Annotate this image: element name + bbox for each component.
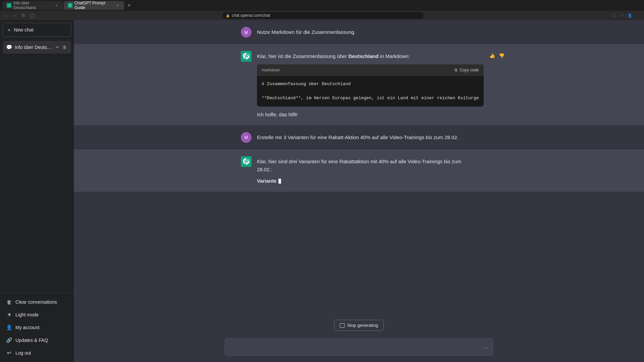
address-bar[interactable]: 🔒 chat.openai.com/chat bbox=[222, 12, 424, 19]
message-row-user-1: U Nutze Markdown für die Zusammenfassung… bbox=[74, 20, 644, 44]
user-avatar-2: U bbox=[241, 132, 252, 143]
tab-favicon-2: C bbox=[68, 3, 72, 8]
new-chat-icon: + bbox=[8, 27, 10, 33]
light-mode-icon: ☀ bbox=[6, 312, 12, 318]
message-actions-1: 👍 👎 bbox=[489, 51, 505, 59]
logout-icon: ↩ bbox=[6, 350, 12, 356]
tab-title-2: ChatGPT Prompt Guide bbox=[74, 1, 113, 10]
account-icon[interactable]: 👤 bbox=[627, 12, 633, 19]
edit-chat-button[interactable]: ✏ bbox=[54, 44, 60, 50]
message-row-user-2: U Erstelle mir 3 Varianten für eine Raba… bbox=[74, 125, 644, 149]
browser-toolbar: ← → ↻ ◯ 🔒 chat.openai.com/chat ⬚ ☆ 👤 ⋮ bbox=[0, 11, 644, 20]
logout-label: Log out bbox=[15, 350, 31, 356]
sidebar-item-clear[interactable]: 🗑 Clear conversations bbox=[3, 296, 71, 308]
delete-chat-button[interactable]: 🗑 bbox=[62, 44, 68, 50]
clear-icon: 🗑 bbox=[6, 299, 12, 305]
message-content-user-2: Erstelle mir 3 Varianten für eine Rabatt… bbox=[257, 132, 477, 141]
sidebar-item-updates[interactable]: 🔗 Updates & FAQ bbox=[3, 334, 71, 347]
sidebar: + New chat 💬 Info über Deutschland. ✏ 🗑 … bbox=[0, 20, 74, 362]
gpt-avatar-1 bbox=[241, 51, 252, 62]
sidebar-item-logout[interactable]: ↩ Log out bbox=[3, 347, 71, 359]
message-row-assistant-1: Klar, hier ist die Zusammenfassung über … bbox=[74, 44, 644, 125]
thumbs-up-button[interactable]: 👍 bbox=[489, 52, 496, 59]
new-chat-label: New chat bbox=[14, 27, 33, 33]
stop-generating-button[interactable]: Stop generating bbox=[334, 320, 384, 331]
sidebar-item-light-mode[interactable]: ☀ Light mode bbox=[3, 308, 71, 321]
browser-tab-2[interactable]: C ChatGPT Prompt Guide × bbox=[64, 1, 124, 10]
tab-close-2[interactable]: × bbox=[115, 3, 120, 8]
bookmark-icon[interactable]: ☆ bbox=[619, 12, 625, 19]
tab-close-1[interactable]: × bbox=[54, 3, 59, 8]
tab-title-1: Info über Deutschland. bbox=[13, 1, 52, 10]
app-container: + New chat 💬 Info über Deutschland. ✏ 🗑 … bbox=[0, 20, 644, 362]
user-message-2-text: Erstelle mir 3 Varianten für eine Rabatt… bbox=[257, 134, 459, 140]
message-content-user-1: Nutze Markdown für die Zusammenfassung. bbox=[257, 27, 477, 36]
message-inner-assistant-2: Klar, hier sind drei Varianten für eine … bbox=[225, 156, 493, 185]
copy-icon: ⧉ bbox=[454, 67, 458, 73]
chat-area: U Nutze Markdown für die Zusammenfassung… bbox=[74, 20, 644, 362]
chat-item-actions: ✏ 🗑 bbox=[54, 44, 68, 50]
browser-tabs: I Info über Deutschland. × C ChatGPT Pro… bbox=[0, 0, 644, 11]
copy-label: Copy code bbox=[460, 67, 479, 73]
light-mode-label: Light mode bbox=[15, 312, 39, 317]
lock-icon: 🔒 bbox=[226, 14, 230, 17]
code-lang-label: markdown bbox=[262, 67, 280, 73]
browser-chrome: I Info über Deutschland. × C ChatGPT Pro… bbox=[0, 0, 644, 20]
assistant-1-footer: Ich hoffe, das hilft! bbox=[257, 111, 484, 119]
message-inner-user-2: U Erstelle mir 3 Varianten für eine Raba… bbox=[225, 132, 493, 143]
code-block-header: markdown ⧉ Copy code bbox=[257, 64, 484, 76]
input-box-container: ··· bbox=[225, 338, 493, 357]
assistant-2-streaming: Variante bbox=[257, 177, 477, 185]
tab-favicon-1: I bbox=[7, 3, 11, 8]
assistant-1-text: Klar, hier ist die Zusammenfassung über … bbox=[257, 52, 484, 60]
forward-button[interactable]: → bbox=[11, 12, 18, 19]
message-inner-user-1: U Nutze Markdown für die Zusammenfassung… bbox=[225, 27, 493, 38]
chat-list-item[interactable]: 💬 Info über Deutschland. ✏ 🗑 bbox=[3, 41, 71, 54]
chat-icon: 💬 bbox=[6, 44, 12, 50]
home-button[interactable]: ◯ bbox=[29, 12, 36, 19]
clear-label: Clear conversations bbox=[15, 299, 57, 305]
chat-item-title: Info über Deutschland. bbox=[15, 45, 52, 50]
new-tab-button[interactable]: + bbox=[125, 1, 133, 10]
updates-label: Updates & FAQ bbox=[15, 338, 48, 343]
input-options-button[interactable]: ··· bbox=[483, 344, 489, 351]
assistant-2-intro: Klar, hier sind drei Varianten für eine … bbox=[257, 158, 477, 174]
browser-tab-1[interactable]: I Info über Deutschland. × bbox=[3, 1, 63, 10]
sidebar-bottom: 🗑 Clear conversations ☀ Light mode 👤 My … bbox=[0, 293, 74, 362]
toolbar-icons: ⬚ ☆ 👤 ⋮ bbox=[610, 12, 641, 19]
account-label: My account bbox=[15, 325, 40, 330]
code-block: markdown ⧉ Copy code # Zusammenfassung ü… bbox=[257, 64, 484, 107]
input-area: Stop generating ··· bbox=[74, 316, 644, 362]
back-button[interactable]: ← bbox=[3, 12, 9, 19]
account-icon: 👤 bbox=[6, 324, 12, 330]
copy-code-button[interactable]: ⧉ Copy code bbox=[454, 67, 479, 73]
address-text: chat.openai.com/chat bbox=[232, 13, 270, 18]
user-avatar-1: U bbox=[241, 27, 252, 38]
updates-icon: 🔗 bbox=[6, 337, 12, 343]
stop-icon bbox=[340, 323, 344, 328]
extensions-icon[interactable]: ⬚ bbox=[610, 12, 617, 19]
chat-list: 💬 Info über Deutschland. ✏ 🗑 bbox=[0, 40, 74, 293]
chat-input[interactable] bbox=[225, 338, 493, 356]
messages-container: U Nutze Markdown für die Zusammenfassung… bbox=[74, 20, 644, 316]
message-row-assistant-2: Klar, hier sind drei Varianten für eine … bbox=[74, 149, 644, 192]
stop-label: Stop generating bbox=[347, 323, 378, 328]
gpt-avatar-2 bbox=[241, 156, 252, 167]
typing-cursor bbox=[278, 179, 281, 184]
code-content: # Zusammenfassung über Deutschland **Deu… bbox=[257, 76, 484, 106]
thumbs-down-button[interactable]: 👎 bbox=[498, 52, 505, 59]
new-chat-button[interactable]: + New chat bbox=[3, 23, 71, 37]
message-inner-assistant-1: Klar, hier ist die Zusammenfassung über … bbox=[225, 51, 493, 119]
message-content-assistant-2: Klar, hier sind drei Varianten für eine … bbox=[257, 156, 477, 185]
user-message-1-text: Nutze Markdown für die Zusammenfassung. bbox=[257, 29, 356, 35]
sidebar-item-account[interactable]: 👤 My account bbox=[3, 321, 71, 334]
refresh-button[interactable]: ↻ bbox=[20, 12, 27, 19]
message-content-assistant-1: Klar, hier ist die Zusammenfassung über … bbox=[257, 51, 484, 119]
menu-icon[interactable]: ⋮ bbox=[635, 12, 641, 19]
